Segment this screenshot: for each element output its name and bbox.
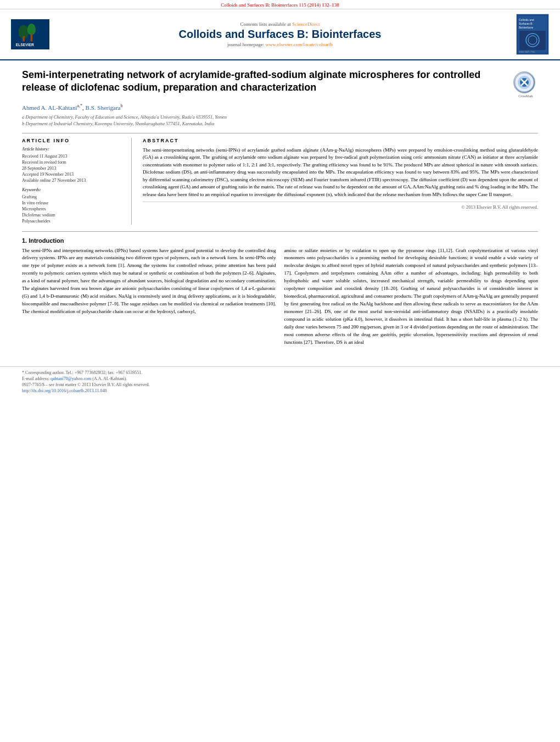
info-abstract-section: ARTICLE INFO Article history: Received 1… [22,133,538,225]
email-link[interactable]: qahtani70@yahoo.com [51,376,91,381]
keyword-3: Microspheres [22,206,123,212]
journal-cover-image: Colloids and Surfaces B: Biointerfaces I… [516,14,549,55]
affiliations: a Department of Chemistry, Faculty of Ed… [22,114,538,126]
section-title: Introduction [29,237,64,244]
affiliation-b: b Department of Industrial Chemistry, Ku… [22,121,538,126]
section-divider [22,231,538,232]
elsevier-logo-image: ELSEVIER [11,19,49,49]
introduction-body: The semi-IPNs and interpenetrating netwo… [22,247,538,350]
svg-point-3 [27,23,36,35]
revised-label: Received in revised form [22,159,123,165]
article-info-column: ARTICLE INFO Article history: Received 1… [22,138,132,225]
revised-date: 28 September 2013 [22,165,123,171]
email-name: (A.A. AL-Kahtani). [92,376,127,381]
svg-text:Colloids and: Colloids and [519,18,534,21]
keyword-2: In vitro release [22,200,123,206]
journal-cover-area: Colloids and Surfaces B: Biointerfaces I… [505,14,549,55]
corresponding-author-note: * Corresponding author. Tel.: +967 77368… [22,370,538,375]
svg-text:Biointerfaces: Biointerfaces [519,26,534,29]
history-heading: Article history: [22,147,123,152]
introduction-title: 1. Introduction [22,237,538,244]
intro-col-1: The semi-IPNs and interpenetrating netwo… [22,247,276,350]
svg-text:Surfaces B:: Surfaces B: [519,22,533,25]
authors-line: Ahmed A. AL-Kahtania,*, B.S. Sherigarab [22,103,538,111]
crossmark-badge[interactable] [513,71,535,93]
author-b: B.S. Sherigara [86,104,121,111]
journal-citation: Colloids and Surfaces B: Biointerfaces 1… [221,2,339,8]
keyword-4: Diclofenac sodium [22,212,123,218]
contents-label: Contents lists available at [240,21,291,27]
received-date: Received 11 August 2013 [22,153,123,159]
intro-text-2: amino or sulfate moieties or by oxidatio… [284,247,539,347]
email-label: E-mail address: [22,376,51,381]
article-footer: * Corresponding author. Tel.: +967 77368… [0,366,560,398]
svg-rect-4 [30,34,32,41]
homepage-link[interactable]: www.elsevier.com/locate/colsurfb [266,42,333,47]
accepted-date: Accepted 19 November 2013 [22,171,123,177]
svg-rect-2 [23,36,25,41]
svg-text:ISSN 0927-7765: ISSN 0927-7765 [519,51,535,53]
keywords-heading: Keywords: [22,187,123,192]
homepage-line: journal homepage: www.elsevier.com/locat… [55,42,505,47]
journal-header: ELSEVIER Contents lists available at Sci… [0,9,560,60]
author-b-sup: b [120,103,122,108]
abstract-text: The semi-interpenetrating networks (semi… [143,147,538,199]
homepage-label: journal homepage: [227,42,264,47]
journal-title: Colloids and Surfaces B: Biointerfaces [55,28,505,41]
main-content: Semi-interpenetrating network of acrylam… [0,60,560,358]
introduction-section: 1. Introduction The semi-IPNs and interp… [22,237,538,350]
doi-note: http://dx.doi.org/10.1016/j.colsurfb.201… [22,388,538,393]
intro-text-1: The semi-IPNs and interpenetrating netwo… [22,247,276,316]
keyword-1: Grafting [22,194,123,200]
title-section: Semi-interpenetrating network of acrylam… [22,69,538,98]
section-number: 1. [22,237,27,244]
available-date: Available online 27 November 2013 [22,177,123,183]
svg-text:ELSEVIER: ELSEVIER [16,42,34,46]
header-center: Contents lists available at ScienceDirec… [55,21,505,47]
article-title: Semi-interpenetrating network of acrylam… [22,69,508,94]
crossmark-label: CrossMark [513,94,538,98]
copyright-line: © 2013 Elsevier B.V. All rights reserved… [143,202,538,210]
abstract-column: ABSTRACT The semi-interpenetrating netwo… [143,138,538,225]
email-note: E-mail address: qahtani70@yahoo.com (A.A… [22,376,538,381]
abstract-heading: ABSTRACT [143,138,538,143]
elsevier-logo: ELSEVIER [11,19,55,49]
journal-bar: Colloids and Surfaces B: Biointerfaces 1… [0,0,560,9]
keyword-5: Polysaccharides [22,218,123,224]
sciencedirect-link[interactable]: ScienceDirect [292,21,320,27]
article-info-heading: ARTICLE INFO [22,138,123,143]
crossmark-area: CrossMark [513,71,538,98]
affiliation-a: a Department of Chemistry, Faculty of Ed… [22,114,538,120]
author-a: Ahmed A. AL-Kahtani [22,104,77,111]
sciencedirect-line: Contents lists available at ScienceDirec… [55,21,505,27]
author-a-sup: a,* [77,103,83,108]
doi-link[interactable]: http://dx.doi.org/10.1016/j.colsurfb.201… [22,388,107,393]
intro-col-2: amino or sulfate moieties or by oxidatio… [284,247,539,350]
issn-note: 0927-7765/$ – see front matter © 2013 El… [22,382,538,387]
